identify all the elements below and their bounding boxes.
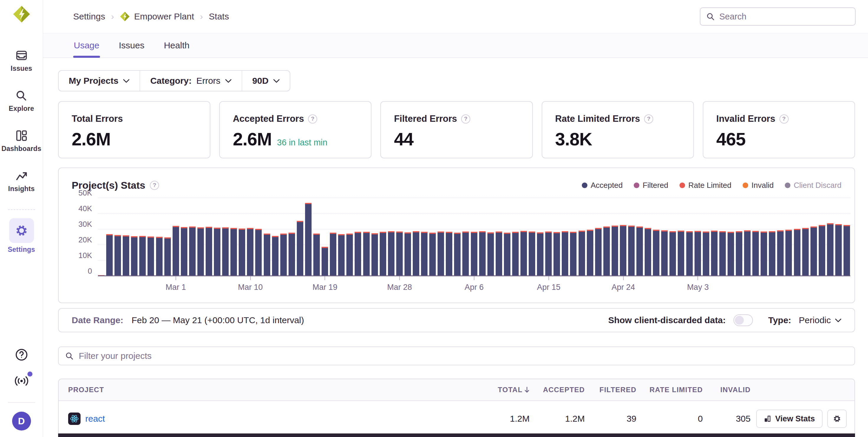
- bar-feb-23[interactable]: [123, 235, 129, 276]
- sidebar-item-settings[interactable]: Settings: [8, 218, 35, 254]
- bar-may-18[interactable]: [819, 225, 825, 276]
- bar-mar-22[interactable]: [346, 234, 353, 276]
- bar-mar-30[interactable]: [413, 231, 419, 276]
- bar-may-11[interactable]: [761, 232, 767, 276]
- bar-feb-22[interactable]: [115, 235, 121, 276]
- category-selector[interactable]: Category: Errors: [140, 71, 242, 91]
- breadcrumb-stats[interactable]: Stats: [209, 11, 229, 22]
- bar-mar-27[interactable]: [388, 231, 395, 276]
- help-icon[interactable]: ?: [461, 114, 470, 124]
- bar-may-21[interactable]: [843, 225, 850, 276]
- bar-mar-2[interactable]: [181, 227, 187, 276]
- col-total[interactable]: Total: [469, 386, 530, 394]
- bar-mar-1[interactable]: [173, 226, 179, 276]
- bar-apr-10[interactable]: [504, 233, 510, 276]
- bar-apr-19[interactable]: [579, 231, 585, 276]
- col-filtered[interactable]: Filtered: [585, 386, 637, 394]
- bar-apr-18[interactable]: [570, 232, 577, 276]
- bar-apr-1[interactable]: [429, 233, 436, 276]
- bar-mar-20[interactable]: [330, 233, 336, 276]
- project-selector[interactable]: My Projects: [59, 71, 140, 91]
- bar-apr-8[interactable]: [487, 232, 494, 276]
- bar-apr-15[interactable]: [545, 232, 552, 276]
- bar-apr-21[interactable]: [595, 228, 601, 276]
- legend-item-client-discard[interactable]: Client Discard: [785, 181, 841, 190]
- bar-may-10[interactable]: [752, 231, 759, 276]
- bar-may-7[interactable]: [727, 232, 734, 276]
- bar-may-1[interactable]: [678, 231, 684, 276]
- bar-may-5[interactable]: [711, 231, 717, 276]
- bar-apr-9[interactable]: [496, 232, 502, 276]
- bar-apr-25[interactable]: [628, 226, 634, 276]
- sidebar-item-issues[interactable]: Issues: [11, 49, 32, 72]
- bar-may-2[interactable]: [686, 231, 693, 276]
- bar-mar-15[interactable]: [288, 233, 295, 276]
- bar-apr-20[interactable]: [587, 230, 593, 276]
- bar-mar-13[interactable]: [272, 236, 279, 276]
- project-filter-input[interactable]: [78, 350, 848, 361]
- tab-health[interactable]: Health: [163, 33, 190, 58]
- bar-may-14[interactable]: [785, 230, 792, 276]
- bar-may-13[interactable]: [777, 230, 784, 276]
- bar-mar-24[interactable]: [363, 232, 370, 276]
- legend-item-rate-limited[interactable]: Rate Limited: [679, 181, 732, 190]
- help-icon[interactable]: ?: [150, 181, 159, 190]
- bar-apr-6[interactable]: [471, 232, 477, 276]
- bar-may-19[interactable]: [827, 223, 834, 276]
- project-filter[interactable]: [58, 346, 855, 365]
- bar-apr-30[interactable]: [670, 231, 676, 276]
- sidebar-item-explore[interactable]: Explore: [9, 89, 34, 113]
- view-stats-button[interactable]: View Stats: [756, 410, 823, 428]
- org-logo[interactable]: [13, 5, 30, 23]
- bar-mar-5[interactable]: [206, 227, 212, 276]
- bar-may-8[interactable]: [736, 231, 742, 276]
- bar-mar-21[interactable]: [338, 234, 345, 276]
- bar-mar-19[interactable]: [321, 247, 328, 276]
- breadcrumb-project[interactable]: Empower Plant: [120, 11, 194, 22]
- bar-feb-26[interactable]: [148, 236, 154, 276]
- period-selector[interactable]: 90D: [242, 71, 290, 91]
- bar-mar-4[interactable]: [197, 227, 204, 276]
- col-rate-limited[interactable]: Rate Limited: [637, 386, 703, 394]
- tab-usage[interactable]: Usage: [73, 33, 100, 58]
- legend-item-filtered[interactable]: Filtered: [634, 181, 668, 190]
- bar-apr-3[interactable]: [446, 232, 452, 276]
- bar-apr-23[interactable]: [612, 226, 618, 276]
- bar-apr-13[interactable]: [529, 232, 535, 276]
- bar-mar-17[interactable]: [305, 203, 312, 276]
- bar-may-17[interactable]: [810, 227, 817, 276]
- bar-feb-25[interactable]: [139, 236, 146, 276]
- col-project[interactable]: Project: [59, 386, 469, 394]
- bar-apr-24[interactable]: [620, 225, 626, 276]
- legend-item-invalid[interactable]: Invalid: [743, 181, 774, 190]
- bar-apr-4[interactable]: [454, 233, 461, 276]
- bar-apr-5[interactable]: [462, 232, 469, 276]
- bar-mar-7[interactable]: [222, 227, 229, 276]
- bar-may-12[interactable]: [769, 231, 775, 276]
- bar-feb-28[interactable]: [164, 237, 171, 276]
- bar-apr-12[interactable]: [521, 231, 527, 276]
- bar-mar-23[interactable]: [354, 232, 361, 276]
- bar-mar-12[interactable]: [264, 234, 270, 276]
- project-link[interactable]: react: [85, 414, 105, 424]
- bar-apr-26[interactable]: [637, 227, 643, 276]
- tab-issues[interactable]: Issues: [118, 33, 145, 58]
- col-invalid[interactable]: Invalid: [703, 386, 751, 394]
- bar-mar-6[interactable]: [214, 228, 220, 276]
- bar-feb-27[interactable]: [156, 237, 162, 276]
- bar-feb-24[interactable]: [131, 236, 137, 276]
- bar-may-16[interactable]: [802, 228, 809, 276]
- bar-apr-28[interactable]: [653, 230, 659, 276]
- bar-mar-11[interactable]: [255, 229, 262, 276]
- bar-mar-14[interactable]: [280, 234, 287, 276]
- sidebar-item-dashboards[interactable]: Dashboards: [1, 129, 41, 153]
- bar-mar-8[interactable]: [230, 228, 237, 276]
- type-selector[interactable]: Periodic: [799, 315, 841, 325]
- bar-feb-21[interactable]: [106, 234, 113, 276]
- bar-apr-27[interactable]: [645, 228, 651, 276]
- col-accepted[interactable]: Accepted: [530, 386, 585, 394]
- help-icon[interactable]: ?: [644, 114, 653, 124]
- help-icon[interactable]: ?: [779, 114, 788, 124]
- bar-mar-31[interactable]: [421, 232, 428, 276]
- bar-may-3[interactable]: [694, 231, 701, 276]
